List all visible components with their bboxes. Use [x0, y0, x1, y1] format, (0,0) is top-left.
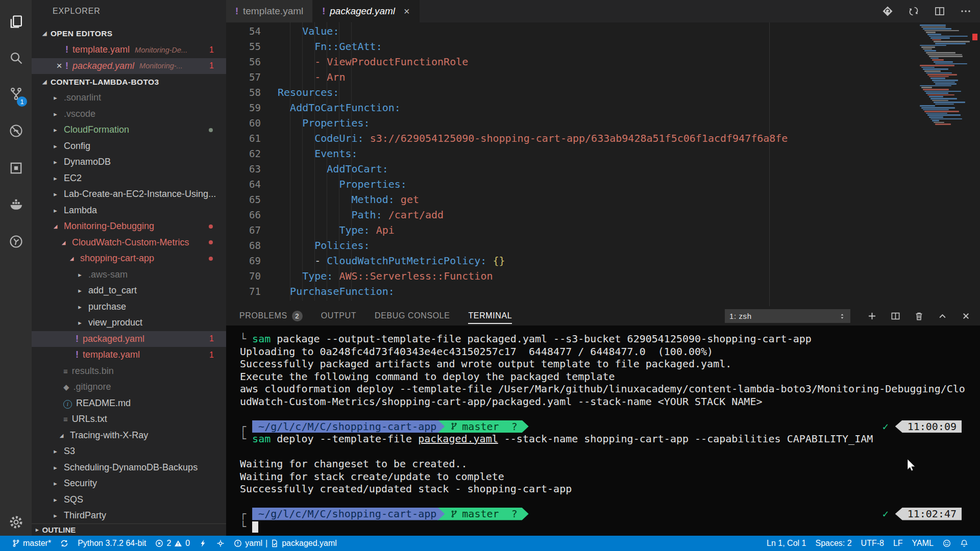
language-status[interactable]: yaml | packaged.yaml [229, 536, 341, 551]
tree-item[interactable]: ▸Scheduling-DynamoDB-Backups [32, 460, 226, 476]
git-branch-status[interactable]: master* [7, 536, 56, 551]
tree-item[interactable]: ≡results.bin [32, 363, 226, 380]
chevron-collapsed-icon: ▸ [51, 126, 60, 134]
tree-item[interactable]: iREADME.md [32, 395, 226, 412]
close-panel-icon[interactable] [961, 311, 971, 321]
new-terminal-icon[interactable] [867, 311, 877, 321]
chevron-collapsed-icon: ▸ [76, 303, 84, 311]
tree-item[interactable]: ◢Tracing-with-X-Ray [32, 428, 226, 444]
code-line: 63 AddToCart: [226, 161, 980, 177]
chevron-collapsed-icon: ▸ [51, 110, 60, 118]
tree-item[interactable]: ▸Config [32, 138, 226, 155]
tree-item[interactable]: ▸Lab-Create-an-EC2-Instance-Using... [32, 186, 226, 203]
code-editor[interactable]: 54 Value:55 Fn::GetAtt:56 - ViewProductF… [226, 22, 980, 306]
tree-item[interactable]: ◆.gitignore [32, 379, 226, 395]
tree-item[interactable]: ▸SQS [32, 492, 226, 508]
terminal-line: Successfully created/updated stack - sho… [240, 483, 980, 495]
line-number: 67 [226, 222, 261, 238]
tree-item[interactable]: ▸.sonarlint [32, 90, 226, 106]
bottom-panel: PROBLEMS2OUTPUTDEBUG CONSOLETERMINAL 1: … [226, 306, 980, 536]
terminal[interactable]: └ sam package --output-template-file pac… [226, 325, 980, 536]
terminal-line: └ [240, 520, 980, 533]
line-number: 60 [226, 115, 261, 131]
notifications[interactable] [955, 539, 973, 547]
tree-item-label: SQS [64, 494, 83, 505]
tree-item[interactable]: ▸view_product [32, 315, 226, 331]
python-interpreter[interactable]: Python 3.7.2 64-bit [73, 536, 151, 551]
tree-item[interactable]: ▸Lambda [32, 203, 226, 219]
tree-item-label: EC2 [64, 173, 82, 184]
panel-tab-output[interactable]: OUTPUT [321, 306, 356, 325]
prompt-timestamp: 11:00:09 [895, 420, 962, 433]
tree-item[interactable]: ▸add_to_cart [32, 283, 226, 299]
tree-item[interactable]: ◢CloudWatch-Custom-Metrics [32, 235, 226, 251]
line-number: 56 [226, 54, 261, 69]
panel-tab-terminal[interactable]: TERMINAL [468, 306, 512, 325]
tab-packaged.yaml[interactable]: !packaged.yaml× [313, 0, 419, 22]
tree-item[interactable]: !packaged.yaml1 [32, 331, 226, 347]
activity-docker-icon[interactable] [0, 190, 32, 218]
tree-item[interactable]: ▸CloudFormation [32, 122, 226, 138]
panel-tabs: PROBLEMS2OUTPUTDEBUG CONSOLETERMINAL [239, 306, 512, 325]
tree-item[interactable]: ▸.vscode [32, 106, 226, 122]
cursor-position[interactable]: Ln 1, Col 1 [762, 539, 811, 548]
language-mode[interactable]: YAML [908, 539, 938, 548]
open-editor-item[interactable]: !template.yamlMonitoring-De...1 [32, 42, 226, 58]
open-editor-item[interactable]: ×!packaged.yamlMonitoring-...1 [32, 58, 226, 74]
close-icon[interactable]: × [53, 60, 65, 71]
explorer-sidebar: EXPLORER ◢ OPEN EDITORS !template.yamlMo… [32, 0, 226, 536]
line-number: 66 [226, 207, 261, 222]
activity-explorer-icon[interactable] [0, 7, 32, 36]
panel-tab-debug-console[interactable]: DEBUG CONSOLE [375, 306, 450, 325]
tree-item[interactable]: ▸ThirdParty [32, 508, 226, 524]
tree-item[interactable]: ▸purchase [32, 299, 226, 315]
open-changes-icon[interactable] [881, 5, 894, 17]
maximize-panel-icon[interactable] [938, 311, 947, 321]
problems-status[interactable]: 2 0 [151, 536, 194, 551]
indentation[interactable]: Spaces: 2 [811, 539, 856, 548]
tree-item[interactable]: ▸S3 [32, 443, 226, 460]
tree-item[interactable]: ◢shopping-cart-app [32, 251, 226, 267]
terminal-line: Execute the following command to deploy … [240, 370, 980, 383]
activity-clock-icon[interactable] [0, 227, 32, 256]
crosshair-status[interactable] [212, 536, 229, 551]
sync-loop-icon[interactable] [908, 5, 920, 17]
activity-search-icon[interactable] [0, 43, 32, 72]
encoding[interactable]: UTF-8 [856, 539, 889, 548]
tree-item[interactable]: !template.yaml1 [32, 347, 226, 363]
prompt-timestamp: 11:02:47 [895, 508, 962, 520]
sync-status[interactable] [56, 536, 73, 551]
activity-sonarlint-icon[interactable] [0, 116, 32, 145]
line-number: 54 [226, 23, 261, 39]
minimap[interactable] [919, 24, 972, 178]
terminal-prompt-line: ┌ ~/g/l/c/M/C/shopping-cart-appmaster ?✓… [240, 420, 980, 433]
tree-item[interactable]: ≡URLs.txt [32, 411, 226, 428]
more-actions-icon[interactable] [960, 5, 972, 17]
eol[interactable]: LF [889, 539, 908, 548]
activity-settings-icon[interactable] [0, 508, 32, 536]
outline-section-header[interactable]: ▸ OUTLINE [32, 523, 226, 536]
split-terminal-icon[interactable] [891, 311, 900, 321]
activity-source-control-icon[interactable]: 1 [0, 79, 32, 108]
tree-item[interactable]: ◢Monitoring-Debugging [32, 218, 226, 235]
split-editor-icon[interactable] [934, 5, 946, 17]
tree-item[interactable]: ▸DynamoDB [32, 154, 226, 170]
panel-tab-problems[interactable]: PROBLEMS2 [239, 306, 303, 325]
file-check-icon [271, 539, 279, 547]
feedback-smiley[interactable] [938, 539, 955, 547]
kill-terminal-icon[interactable] [914, 311, 924, 321]
close-icon[interactable]: × [404, 6, 410, 17]
prompt-git-segment: master ? [437, 508, 528, 520]
folder-section-header[interactable]: ◢ CONTENT-LAMBDA-BOTO3 [32, 74, 226, 90]
terminal-shell-select[interactable]: 1: zsh [725, 309, 850, 323]
tree-item[interactable]: ▸Security [32, 475, 226, 492]
tree-item[interactable]: ▸.aws-sam [32, 267, 226, 283]
tab-template.yaml[interactable]: !template.yaml [226, 0, 313, 22]
terminal-line [240, 445, 980, 458]
sync-icon [60, 539, 68, 547]
lightning-status[interactable] [194, 536, 212, 551]
tree-item-label: Config [64, 141, 90, 152]
open-editors-section-header[interactable]: ◢ OPEN EDITORS [32, 26, 226, 41]
activity-frame-icon[interactable] [0, 154, 32, 182]
tree-item[interactable]: ▸EC2 [32, 170, 226, 187]
